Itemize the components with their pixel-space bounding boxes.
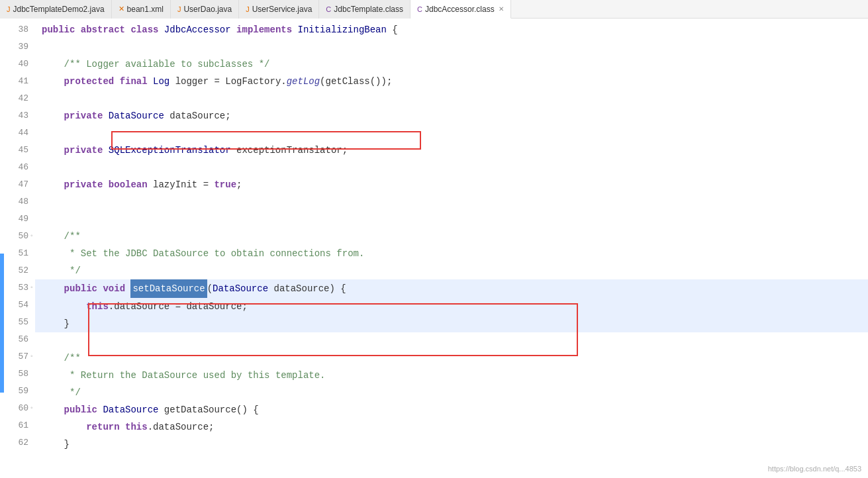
java-icon3: J — [246, 5, 250, 13]
classname-jdbcaccessor: JdbcAccessor — [164, 21, 236, 38]
tab-label: JdbcTemplate.class — [334, 5, 403, 14]
ln-45: 45 — [5, 142, 28, 159]
line-numbers: 38 39 40 41 42 43 44 45 46 47 48 49 50 5… — [5, 19, 35, 478]
body-61: .dataSource; — [148, 418, 215, 436]
brace-close-62: } — [64, 436, 70, 453]
ln-46: 46 — [5, 159, 28, 176]
indent-61 — [42, 418, 86, 436]
tab-jdbctemplate-class[interactable]: C JdbcTemplate.class — [319, 0, 410, 19]
code-line-57: /** — [35, 350, 868, 367]
ln-60: 60 — [5, 400, 28, 417]
comment-59: */ — [70, 384, 81, 401]
code-line-48 — [35, 193, 868, 211]
code-line-44 — [35, 124, 868, 142]
indent-43 — [42, 107, 64, 124]
ln-54: 54 — [5, 297, 28, 314]
type-sqlexception: SQLExceptionTranslator — [109, 142, 236, 159]
code-line-53: public void setDataSource(DataSource dat… — [35, 279, 868, 298]
indent-41 — [42, 73, 64, 90]
code-line-39 — [35, 38, 868, 56]
indent-57 — [42, 350, 64, 367]
tab-label: JdbcTemplateDemo2.java — [13, 5, 105, 14]
method-getlog: getLog — [287, 73, 320, 90]
indent-47 — [42, 176, 64, 193]
kw-abstract: abstract — [81, 21, 131, 38]
ln-48: 48 — [5, 193, 28, 211]
type-datasource-43: DataSource — [109, 107, 169, 124]
kw-public-60: public — [64, 401, 103, 418]
code-line-45: private SQLExceptionTranslator exception… — [35, 142, 868, 159]
method-getdatasource: getDataSource() { — [164, 401, 259, 418]
class-icon2: C — [417, 5, 422, 13]
kw-true: true — [214, 176, 236, 193]
comment-51: * Set the JDBC DataSource to obtain conn… — [70, 245, 364, 262]
code-line-47: private boolean lazyInit = true; — [35, 176, 868, 193]
indent-53 — [42, 280, 64, 297]
code-line-56 — [35, 332, 868, 350]
type-log: Log — [153, 73, 175, 90]
indent-55 — [42, 315, 64, 332]
tab-bean1xml[interactable]: ✕ bean1.xml — [112, 0, 171, 19]
code-line-59: */ — [35, 384, 868, 401]
java-icon2: J — [177, 5, 181, 13]
code-line-55: } — [35, 315, 868, 332]
tab-jdbcaccessor-class[interactable]: C JdbcAccessor.class ✕ — [410, 0, 511, 19]
ln-59: 59 — [5, 383, 28, 400]
tab-close-icon[interactable]: ✕ — [499, 5, 504, 13]
indent-40 — [42, 56, 64, 73]
indent-54 — [42, 298, 86, 315]
editor-area: 38 39 40 41 42 43 44 45 46 47 48 49 50 5… — [0, 19, 868, 478]
semi-47: ; — [236, 176, 242, 193]
xml-icon: ✕ — [119, 5, 124, 13]
ln-55: 55 — [5, 314, 28, 331]
ln-50: 50 — [5, 228, 28, 245]
var-logger: logger = LogFactory. — [175, 73, 287, 90]
ln-39: 39 — [5, 38, 28, 56]
code-line-51: * Set the JDBC DataSource to obtain conn… — [35, 245, 868, 262]
tab-bar: J JdbcTemplateDemo2.java ✕ bean1.xml J U… — [0, 0, 868, 19]
tab-label: JdbcAccessor.class — [425, 5, 495, 14]
kw-final: final — [120, 73, 153, 90]
indent-62 — [42, 436, 64, 453]
code-line-43: private DataSource dataSource; — [35, 107, 868, 124]
tab-userdao[interactable]: J UserDao.java — [171, 0, 239, 19]
left-indicator — [0, 254, 4, 393]
code-line-40: /** Logger available to subclasses */ — [35, 56, 868, 73]
tab-userservice[interactable]: J UserService.java — [239, 0, 319, 19]
kw-private-43: private — [64, 107, 109, 124]
kw-this-61: this — [125, 418, 148, 436]
code-line-46 — [35, 159, 868, 176]
param-name-53: dataSource) { — [273, 280, 346, 297]
tab-jdbctemplatedemo2[interactable]: J JdbcTemplateDemo2.java — [0, 0, 112, 19]
ln-51: 51 — [5, 245, 28, 262]
kw-private-47: private — [64, 176, 109, 193]
tab-label: bean1.xml — [127, 5, 164, 14]
indent-60 — [42, 401, 64, 418]
ln-41: 41 — [5, 73, 28, 90]
kw-public-53: public — [64, 280, 103, 297]
ln-47: 47 — [5, 176, 28, 193]
code-line-50: /** — [35, 228, 868, 245]
method-setdatasource-highlight: setDataSource — [130, 279, 207, 298]
params-53: ( — [207, 280, 213, 297]
ln-38: 38 — [5, 21, 28, 38]
ln-40: 40 — [5, 56, 28, 73]
ln-62: 62 — [5, 434, 28, 452]
brace-close-55: } — [64, 315, 70, 332]
comment-52: */ — [70, 262, 81, 279]
code-line-38: public abstract class JdbcAccessor imple… — [35, 21, 868, 38]
comment-50: /** — [64, 228, 81, 245]
ln-61: 61 — [5, 417, 28, 434]
var-lazyinit: lazyInit = — [153, 176, 214, 193]
indent-50 — [42, 228, 64, 245]
var-datasource: dataSource; — [169, 107, 230, 124]
ln-52: 52 — [5, 262, 28, 279]
indent-45 — [42, 142, 64, 159]
indent-59 — [42, 384, 70, 401]
kw-this: this — [86, 298, 109, 315]
code-line-60: public DataSource getDataSource() { — [35, 401, 868, 418]
ln-57: 57 — [5, 348, 28, 365]
kw-void-53: void — [103, 280, 130, 297]
ln-49: 49 — [5, 211, 28, 228]
code-line-52: */ — [35, 262, 868, 279]
